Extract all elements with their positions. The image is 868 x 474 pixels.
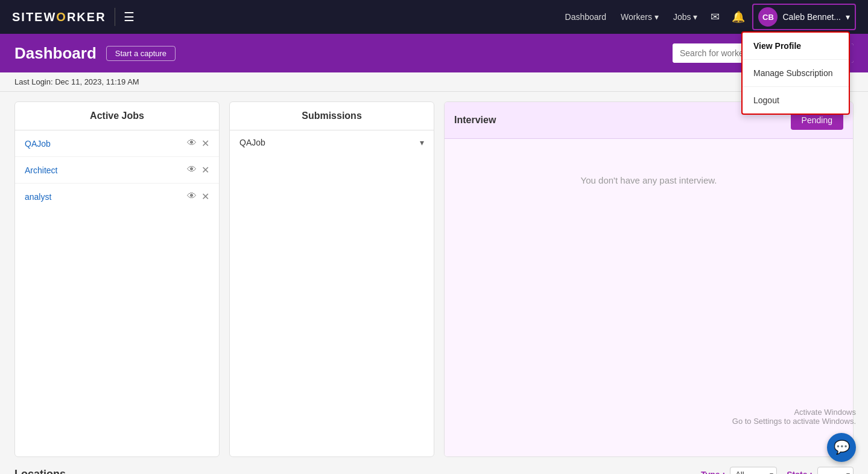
nav-dashboard[interactable]: Dashboard [559,8,613,25]
type-label: Type : [701,470,725,475]
job-actions: 👁 ✕ [187,191,209,202]
nav-divider [115,8,115,26]
job-link-qajob[interactable]: QAJob [25,139,187,149]
manage-subscription-item[interactable]: Manage Subscription [743,60,849,87]
locations-title: Locations [14,468,66,474]
submissions-header: Submissions [230,102,434,130]
interview-body: You don't have any past interview. [445,139,853,456]
state-filter-group: State : NY CA [787,467,854,474]
table-row: analyst 👁 ✕ [15,184,219,210]
locations-header: Locations Type : All Type 1 State : NY C… [14,467,854,474]
job-actions: 👁 ✕ [187,164,209,176]
state-select-wrapper: NY CA [817,467,854,474]
user-name: Caleb Bennet... [782,12,841,22]
interview-card: Interview Pending You don't have any pas… [444,101,854,457]
close-icon[interactable]: ✕ [201,138,209,149]
state-label: State : [787,470,813,475]
last-login-bar: Last Login: Dec 11, 2023, 11:19 AM [0,72,868,92]
hamburger-icon[interactable]: ☰ [124,10,135,24]
close-icon[interactable]: ✕ [201,164,209,176]
brand: SITEWORKER [12,10,106,24]
nav-workers[interactable]: Workers ▾ [615,8,665,25]
page-title: Dashboard [14,44,97,63]
last-login-text: Last Login: Dec 11, 2023, 11:19 AM [14,77,139,86]
no-interview-text: You don't have any past interview. [581,175,717,185]
interview-title: Interview [454,115,496,126]
active-jobs-card: Active Jobs QAJob 👁 ✕ Architect 👁 ✕ anal… [14,101,220,457]
list-item[interactable]: QAJob ▾ [230,130,434,155]
nav-links: Dashboard Workers ▾ Jobs ▾ ✉ 🔔 CB Caleb … [559,4,856,30]
bell-icon[interactable]: 🔔 [727,7,750,27]
job-link-analyst[interactable]: analyst [25,192,187,202]
table-row: QAJob 👁 ✕ [15,130,219,157]
submissions-card: Submissions QAJob ▾ [229,101,434,457]
capture-button[interactable]: Start a capture [106,46,176,61]
navbar: SITEWORKER ☰ Dashboard Workers ▾ Jobs ▾ … [0,0,868,34]
header-bar: Dashboard Start a capture 🔍 [0,34,868,72]
logo-text: SITEWORKER [12,10,106,24]
type-select[interactable]: All Type 1 [730,467,777,474]
main-content: Active Jobs QAJob 👁 ✕ Architect 👁 ✕ anal… [0,92,868,467]
user-chevron-icon: ▾ [846,12,850,22]
view-icon[interactable]: 👁 [187,164,197,176]
chevron-down-icon: ▾ [420,138,424,147]
avatar: CB [758,7,778,27]
user-dropdown: View Profile Manage Subscription Logout [741,31,850,115]
state-select[interactable]: NY CA [817,467,854,474]
type-filter-group: Type : All Type 1 [701,467,777,474]
table-row: Architect 👁 ✕ [15,157,219,184]
bottom-section: Locations Type : All Type 1 State : NY C… [0,467,868,474]
view-profile-item[interactable]: View Profile [743,33,849,60]
active-jobs-header: Active Jobs [15,102,219,130]
view-icon[interactable]: 👁 [187,138,197,149]
jobs-chevron-icon: ▾ [693,12,697,22]
logout-item[interactable]: Logout [743,87,849,114]
chat-button[interactable]: 💬 [827,433,856,462]
type-select-wrapper: All Type 1 [730,467,777,474]
mail-icon[interactable]: ✉ [706,7,724,27]
submission-label: QAJob [239,138,420,147]
job-link-architect[interactable]: Architect [25,165,187,175]
job-actions: 👁 ✕ [187,138,209,149]
user-menu-button[interactable]: CB Caleb Bennet... ▾ [752,4,856,30]
view-icon[interactable]: 👁 [187,191,197,202]
workers-chevron-icon: ▾ [654,12,659,22]
nav-jobs[interactable]: Jobs ▾ [667,8,704,25]
close-icon[interactable]: ✕ [201,191,209,202]
